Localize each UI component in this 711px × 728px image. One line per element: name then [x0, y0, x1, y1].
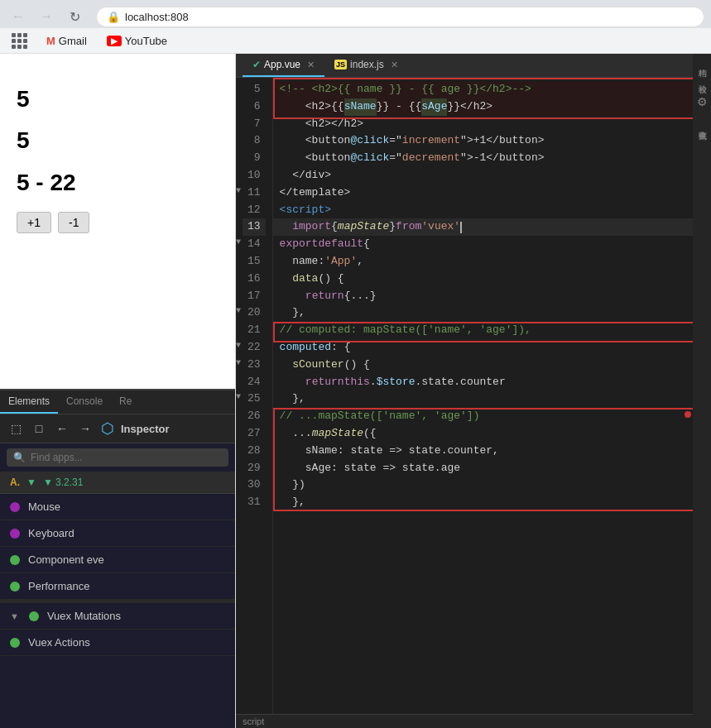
counter-1: 5	[17, 79, 219, 120]
forward-button[interactable]: →	[35, 5, 58, 28]
plugin-list: Mouse Keyboard Component eve Performance…	[0, 494, 235, 728]
console-tab[interactable]: Console	[58, 390, 111, 414]
browser-chrome: ← → ↻ 🔒 localhost:808 M Gmail ▶ YouTube	[0, 0, 711, 54]
gmail-bookmark[interactable]: M Gmail	[41, 33, 92, 49]
code-line-12: <script>	[273, 202, 711, 219]
code-line-7: <h2></h2>	[273, 116, 711, 133]
code-line-25: },	[273, 390, 711, 408]
tab-index-js-label: index.js	[350, 59, 384, 70]
code-line-14: export default {	[273, 236, 711, 253]
code-editor: 5 6 7 8 9 10 11 12 13 14 15 16 17 20 21 …	[236, 78, 711, 714]
code-line-29: sAge: state => state.age	[273, 460, 711, 477]
status-bar: script	[236, 714, 711, 728]
vue-version: ▼ 3.2.31	[43, 477, 84, 488]
apps-icon	[12, 33, 26, 48]
elements-tab[interactable]: Elements	[0, 390, 58, 414]
vue-pointer-button[interactable]: ⬚	[7, 419, 25, 438]
bookmarks-bar: M Gmail ▶ YouTube	[0, 28, 711, 53]
plugin-dot	[29, 611, 39, 621]
code-line-28: sName: state => state.counter,	[273, 443, 711, 460]
counter-combined: 5 - 22	[17, 162, 219, 204]
back-button[interactable]: ←	[7, 5, 30, 28]
vue-square-button[interactable]: □	[30, 419, 48, 438]
vue-badge: ▼	[26, 477, 36, 488]
plugin-name: Mouse	[28, 500, 60, 513]
inspector-title: Inspector	[121, 423, 170, 435]
tab-index-js[interactable]: JS index.js ✕	[324, 54, 408, 77]
plugin-dot	[10, 555, 20, 565]
plugin-dot	[10, 582, 20, 592]
tab-app-vue[interactable]: ✔ App.vue ✕	[243, 54, 324, 77]
tab-app-vue-label: App.vue	[264, 59, 300, 70]
youtube-label: YouTube	[125, 35, 167, 47]
youtube-icon: ▶	[107, 36, 122, 46]
plugin-name: Vuex Actions	[28, 636, 90, 649]
editor-tab-bar: ✔ App.vue ✕ JS index.js ✕ 结构 校验 ⚙ 收藏夹	[236, 54, 711, 78]
code-line-8: <button @click="increment">+1</button>	[273, 132, 711, 150]
apps-button[interactable]	[7, 31, 31, 50]
plugin-dot	[10, 638, 20, 648]
gmail-icon: M	[46, 35, 55, 47]
plugin-name: Performance	[28, 580, 89, 592]
code-editor-panel: ✔ App.vue ✕ JS index.js ✕ 结构 校验 ⚙ 收藏夹 5	[236, 54, 711, 728]
reload-button[interactable]: ↻	[63, 5, 86, 28]
vue-tab-icon: ✔	[252, 59, 261, 70]
plugin-name: Component eve	[28, 553, 104, 566]
vertical-side-tabs: 结构 校验 ⚙ 收藏夹	[693, 54, 711, 728]
vue-logo-icon: ⬡	[101, 419, 114, 438]
page-display: 5 5 5 - 22 +1 -1	[0, 54, 235, 389]
code-line-17: return {...}	[273, 288, 711, 305]
code-line-22: computed : {	[273, 339, 711, 357]
search-bar[interactable]: 🔍	[7, 448, 228, 467]
re-tab[interactable]: Re	[111, 390, 140, 414]
counter-2: 5	[17, 120, 219, 161]
code-line-16: data () {	[273, 271, 711, 288]
button-row: +1 -1	[17, 212, 219, 233]
plugin-dot	[10, 502, 20, 512]
list-item[interactable]: Keyboard	[0, 520, 235, 547]
line-numbers: 5 6 7 8 9 10 11 12 13 14 15 16 17 20 21 …	[236, 78, 273, 714]
app-version-row: A. ▼ ▼ 3.2.31	[0, 472, 235, 494]
code-line-6: <h2>{{ sName }} - {{ sAge }}</h2>	[273, 98, 711, 116]
search-input[interactable]	[31, 452, 222, 463]
close-index-js[interactable]: ✕	[391, 60, 398, 70]
list-item[interactable]: ▼ Vuex Mutations	[0, 603, 235, 630]
code-line-20: },	[273, 304, 711, 322]
code-line-11: </template>	[273, 184, 711, 202]
code-line-21: // computed: mapState(['name', 'age']),	[273, 322, 711, 339]
gmail-label: Gmail	[59, 35, 87, 47]
vue-back-button[interactable]: ←	[53, 419, 71, 438]
search-icon: 🔍	[13, 452, 26, 463]
vue-forward-button[interactable]: →	[76, 419, 94, 438]
code-content: <!-- <h2>{{ name }} - {{ age }}</h2>--> …	[273, 78, 711, 714]
devtools-tab-bar: Elements Console Re	[0, 390, 235, 414]
page-content: 5 5 5 - 22 +1 -1 Elements Console Re	[0, 54, 236, 728]
list-item[interactable]: Mouse	[0, 494, 235, 520]
list-item[interactable]: Vuex Actions	[0, 630, 235, 656]
code-line-24: return this . $store .state.counter	[273, 374, 711, 391]
code-line-23: sCounter () {	[273, 357, 711, 374]
increment-button[interactable]: +1	[17, 212, 51, 233]
code-line-31: },	[273, 494, 711, 511]
code-line-15: name: 'App' ,	[273, 253, 711, 271]
code-line-27: ... mapState ({	[273, 425, 711, 443]
code-line-30: })	[273, 477, 711, 494]
side-tab-settings[interactable]: ⚙	[697, 95, 708, 108]
address-bar[interactable]: 🔒 localhost:808	[96, 7, 704, 27]
main-area: 5 5 5 - 22 +1 -1 Elements Console Re	[0, 54, 711, 728]
vue-toolbar: ⬚ □ ← → ⬡ Inspector	[0, 414, 235, 443]
close-app-vue[interactable]: ✕	[307, 60, 315, 70]
app-label: A.	[10, 477, 20, 488]
devtools-bottom-left: Elements Console Re ⬚ □ ← → ⬡ Inspector	[0, 389, 235, 728]
list-item[interactable]: Performance	[0, 573, 235, 600]
code-line-13: import { mapState } from 'vuex'	[273, 218, 711, 236]
list-item[interactable]: Component eve	[0, 547, 235, 573]
code-line-10: </div>	[273, 167, 711, 184]
code-line-26: // ...mapState(['name', 'age'])	[273, 408, 711, 425]
youtube-bookmark[interactable]: ▶ YouTube	[102, 33, 172, 49]
code-line-9: <button @click="decrement">-1</button>	[273, 150, 711, 167]
plugin-name: Vuex Mutations	[47, 610, 121, 622]
plugin-dot	[10, 529, 20, 539]
url-text: localhost:808	[125, 11, 189, 23]
decrement-button[interactable]: -1	[58, 212, 89, 233]
